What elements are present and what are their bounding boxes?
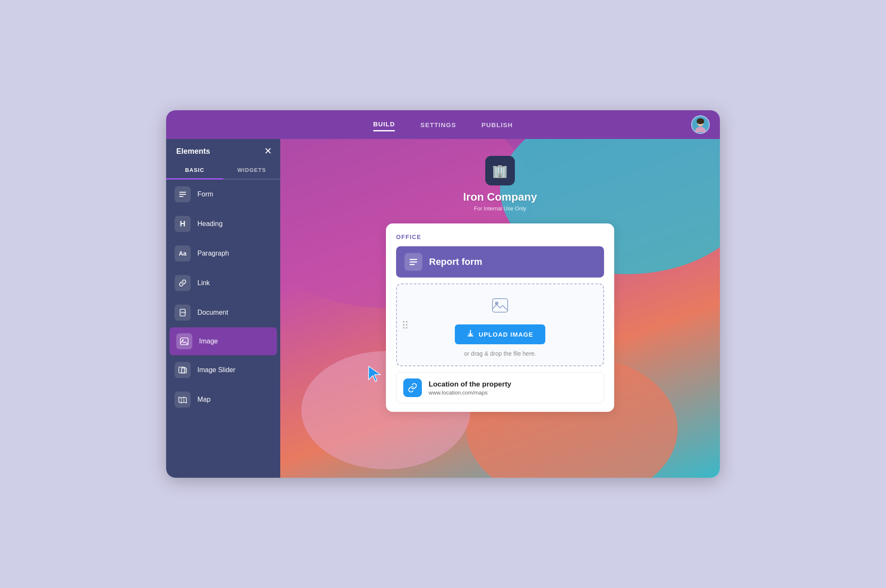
svg-rect-18 bbox=[492, 299, 508, 312]
drag-handle bbox=[403, 321, 407, 329]
sidebar-tabs: BASIC WIDGETS bbox=[166, 162, 280, 180]
element-heading[interactable]: H Heading bbox=[166, 209, 280, 239]
svg-rect-17 bbox=[410, 264, 415, 265]
image-icon bbox=[176, 333, 192, 349]
element-link[interactable]: Link bbox=[166, 268, 280, 298]
tab-publish[interactable]: PUBLISH bbox=[481, 119, 513, 131]
element-heading-label: Heading bbox=[197, 220, 223, 228]
element-link-label: Link bbox=[197, 279, 210, 287]
upload-icon bbox=[467, 329, 474, 339]
tab-settings[interactable]: SETTINGS bbox=[420, 119, 456, 131]
element-image-slider[interactable]: Image Slider bbox=[166, 355, 280, 385]
svg-rect-15 bbox=[410, 259, 417, 260]
sidebar: Elements ✕ BASIC WIDGETS Form H bbox=[166, 139, 280, 478]
main-card: OFFICE Report form bbox=[386, 223, 614, 412]
svg-rect-6 bbox=[179, 196, 183, 197]
heading-icon: H bbox=[175, 216, 191, 232]
location-row[interactable]: Location of the property www.location.co… bbox=[396, 372, 604, 403]
element-document[interactable]: PDF Document bbox=[166, 298, 280, 327]
location-url: www.location.com/maps bbox=[429, 389, 511, 396]
canvas-content: 🏢 Iron Company For Internal Use Only OFF… bbox=[280, 139, 720, 478]
report-form-row[interactable]: Report form bbox=[396, 246, 604, 278]
link-icon bbox=[175, 275, 191, 291]
upload-drag-text: or drag & drop the file here. bbox=[464, 350, 536, 357]
image-slider-icon bbox=[175, 362, 191, 378]
canvas-area: 🏢 Iron Company For Internal Use Only OFF… bbox=[280, 139, 720, 478]
company-logo: 🏢 bbox=[485, 156, 515, 185]
element-paragraph[interactable]: Aa Paragraph bbox=[166, 239, 280, 268]
cursor-arrow bbox=[367, 365, 382, 385]
map-icon bbox=[175, 392, 191, 408]
svg-rect-12 bbox=[181, 368, 186, 373]
element-map[interactable]: Map bbox=[166, 385, 280, 414]
company-logo-emoji: 🏢 bbox=[492, 163, 508, 178]
upload-button-label: UPLOAD IMAGE bbox=[479, 331, 533, 338]
tab-widgets[interactable]: WIDGETS bbox=[223, 162, 280, 179]
element-form[interactable]: Form bbox=[166, 180, 280, 209]
element-image-label: Image bbox=[199, 338, 218, 345]
close-icon[interactable]: ✕ bbox=[264, 147, 272, 156]
element-image[interactable]: Image bbox=[170, 327, 277, 355]
element-document-label: Document bbox=[197, 309, 228, 316]
form-icon bbox=[175, 186, 191, 202]
main-row: Elements ✕ BASIC WIDGETS Form H bbox=[166, 139, 720, 478]
upload-image-box: UPLOAD IMAGE or drag & drop the file her… bbox=[396, 283, 604, 366]
top-nav: BUILD SETTINGS PUBLISH bbox=[166, 110, 720, 139]
element-image-slider-label: Image Slider bbox=[197, 366, 235, 374]
app-container: BUILD SETTINGS PUBLISH Elements ✕ BASIC … bbox=[166, 110, 720, 478]
svg-rect-5 bbox=[179, 194, 186, 195]
element-form-label: Form bbox=[197, 191, 213, 198]
upload-image-button[interactable]: UPLOAD IMAGE bbox=[455, 324, 545, 344]
elements-list: Form H Heading Aa Paragraph bbox=[166, 180, 280, 478]
sidebar-title: Elements bbox=[176, 147, 210, 156]
upload-placeholder-icon bbox=[491, 296, 509, 318]
document-icon: PDF bbox=[175, 305, 191, 321]
company-subtitle: For Internal Use Only bbox=[474, 205, 526, 212]
svg-rect-4 bbox=[179, 192, 186, 193]
svg-rect-20 bbox=[468, 335, 473, 337]
location-text: Location of the property www.location.co… bbox=[429, 380, 511, 396]
company-header: 🏢 Iron Company For Internal Use Only bbox=[463, 156, 537, 212]
paragraph-icon: Aa bbox=[175, 245, 191, 261]
tab-build[interactable]: BUILD bbox=[373, 118, 395, 131]
card-section-label: OFFICE bbox=[396, 234, 604, 240]
svg-rect-16 bbox=[410, 261, 417, 263]
report-form-icon bbox=[405, 253, 422, 271]
sidebar-header: Elements ✕ bbox=[166, 139, 280, 162]
avatar[interactable] bbox=[691, 115, 710, 134]
company-name: Iron Company bbox=[463, 191, 537, 204]
svg-point-3 bbox=[697, 118, 704, 124]
nav-tabs: BUILD SETTINGS PUBLISH bbox=[373, 118, 513, 131]
svg-text:PDF: PDF bbox=[181, 311, 186, 314]
tab-basic[interactable]: BASIC bbox=[166, 162, 223, 180]
location-title: Location of the property bbox=[429, 380, 511, 389]
location-link-icon bbox=[403, 378, 422, 397]
element-map-label: Map bbox=[197, 396, 211, 403]
svg-point-10 bbox=[182, 340, 184, 341]
report-form-label: Report form bbox=[429, 256, 482, 267]
element-paragraph-label: Paragraph bbox=[197, 250, 229, 257]
